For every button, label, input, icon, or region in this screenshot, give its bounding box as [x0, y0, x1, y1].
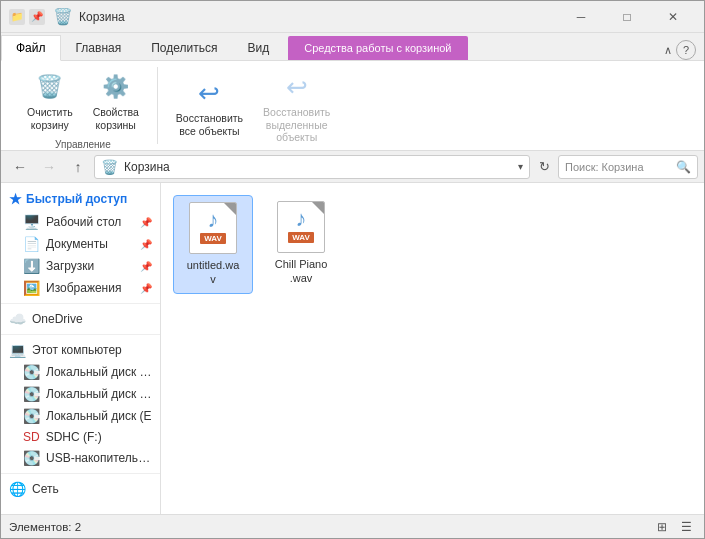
- sidebar-item-desktop[interactable]: 🖥️ Рабочий стол 📌: [1, 211, 160, 233]
- downloads-icon: ⬇️: [23, 258, 40, 274]
- properties-icon: ⚙️: [100, 71, 132, 103]
- window: 📁 📌 🗑️ Корзина ─ □ ✕ Файл Главная Подели…: [0, 0, 705, 539]
- drive-c-label: Локальный диск (C: [46, 365, 152, 379]
- drive-e-label: Локальный диск (E: [46, 409, 152, 423]
- sidebar: ★ Быстрый доступ 🖥️ Рабочий стол 📌 📄 Док…: [1, 183, 161, 514]
- restore-selected-button[interactable]: ↩ Восстановитьвыделенныеобъекты: [257, 67, 336, 148]
- ribbon-tab-area: Файл Главная Поделиться Вид: [1, 34, 284, 60]
- quick-access-label: Быстрый доступ: [26, 192, 127, 206]
- ribbon-group-restore: ↩ Восстановитьвсе объекты ↩ Восстановить…: [158, 67, 349, 144]
- usb-label: USB-накопитель (G: [46, 451, 152, 465]
- sidebar-item-documents[interactable]: 📄 Документы 📌: [1, 233, 160, 255]
- images-pin-icon: 📌: [140, 283, 152, 294]
- tab-file[interactable]: Файл: [1, 35, 61, 61]
- documents-pin-icon: 📌: [140, 239, 152, 250]
- sidebar-item-network[interactable]: 🌐 Сеть: [1, 478, 160, 500]
- up-button[interactable]: ↑: [65, 154, 91, 180]
- desktop-pin-icon: 📌: [140, 217, 152, 228]
- ribbon-group-manage: 🗑️ Очиститькорзину ⚙️ Свойствакорзины Уп…: [9, 67, 158, 144]
- toolbar: ← → ↑ 🗑️ Корзина ▾ ↻ Поиск: Корзина 🔍: [1, 151, 704, 183]
- network-label: Сеть: [32, 482, 59, 496]
- tab-share[interactable]: Поделиться: [136, 34, 232, 60]
- pin-icon: 📌: [29, 9, 45, 25]
- restore-all-button[interactable]: ↩ Восстановитьвсе объекты: [170, 73, 249, 141]
- title-bar-title: 🗑️ Корзина: [53, 7, 558, 26]
- onedrive-icon: ☁️: [9, 311, 26, 327]
- downloads-label: Загрузки: [46, 259, 94, 273]
- empty-bin-button[interactable]: 🗑️ Очиститькорзину: [21, 67, 79, 135]
- address-dropdown-icon[interactable]: ▾: [518, 161, 523, 172]
- desktop-icon: 🖥️: [23, 214, 40, 230]
- address-bar[interactable]: 🗑️ Корзина ▾: [94, 155, 530, 179]
- images-label: Изображения: [46, 281, 121, 295]
- ribbon-right: ∧ ?: [664, 40, 704, 60]
- file-item-2[interactable]: ♪ WAV Chill Piano.wav: [261, 195, 341, 294]
- sdhc-label: SDHC (F:): [46, 430, 102, 444]
- content-area: ♪ WAV untitled.wav ♪ WAV Chill Piano.wav: [161, 183, 704, 514]
- properties-label: Свойствакорзины: [93, 106, 139, 131]
- restore-selected-icon: ↩: [281, 71, 313, 103]
- empty-bin-icon: 🗑️: [34, 71, 66, 103]
- window-title: Корзина: [79, 10, 125, 24]
- large-icons-view-button[interactable]: ⊞: [652, 518, 672, 536]
- maximize-button[interactable]: □: [604, 1, 650, 33]
- refresh-button[interactable]: ↻: [533, 156, 555, 178]
- restore-all-icon: ↩: [193, 77, 225, 109]
- downloads-pin-icon: 📌: [140, 261, 152, 272]
- details-view-button[interactable]: ☰: [676, 518, 696, 536]
- minimize-button[interactable]: ─: [558, 1, 604, 33]
- network-icon: 🌐: [9, 481, 26, 497]
- file-icon-1: ♪ WAV: [187, 202, 239, 254]
- address-folder-icon: 🗑️: [101, 159, 118, 175]
- status-text: Элементов: 2: [9, 521, 81, 533]
- search-placeholder: Поиск: Корзина: [565, 161, 672, 173]
- sidebar-item-onedrive[interactable]: ☁️ OneDrive: [1, 308, 160, 330]
- restore-all-label: Восстановитьвсе объекты: [176, 112, 243, 137]
- sidebar-divider-1: [1, 303, 160, 304]
- file-icon-2: ♪ WAV: [275, 201, 327, 253]
- help-button[interactable]: ?: [676, 40, 696, 60]
- images-icon: 🖼️: [23, 280, 40, 296]
- sidebar-item-usb[interactable]: 💽 USB-накопитель (G: [1, 447, 160, 469]
- forward-button[interactable]: →: [36, 154, 62, 180]
- search-icon[interactable]: 🔍: [676, 160, 691, 174]
- sidebar-item-drive-e[interactable]: 💽 Локальный диск (E: [1, 405, 160, 427]
- status-bar-right: ⊞ ☰: [652, 518, 696, 536]
- address-path: Корзина: [124, 160, 512, 174]
- file-name-1: untitled.wav: [187, 258, 240, 287]
- drive-d-label: Локальный диск (D: [46, 387, 152, 401]
- sidebar-item-drive-d[interactable]: 💽 Локальный диск (D: [1, 383, 160, 405]
- usb-icon: 💽: [23, 450, 40, 466]
- documents-label: Документы: [46, 237, 108, 251]
- properties-button[interactable]: ⚙️ Свойствакорзины: [87, 67, 145, 135]
- tab-manage-special[interactable]: Средства работы с корзиной: [288, 36, 467, 60]
- desktop-label: Рабочий стол: [46, 215, 121, 229]
- tab-home[interactable]: Главная: [61, 34, 137, 60]
- close-button[interactable]: ✕: [650, 1, 696, 33]
- status-bar: Элементов: 2 ⊞ ☰: [1, 514, 704, 538]
- sidebar-quick-access-header[interactable]: ★ Быстрый доступ: [1, 187, 160, 211]
- sidebar-item-drive-c[interactable]: 💽 Локальный диск (C: [1, 361, 160, 383]
- title-bar: 📁 📌 🗑️ Корзина ─ □ ✕: [1, 1, 704, 33]
- sidebar-item-thispc[interactable]: 💻 Этот компьютер: [1, 339, 160, 361]
- file-item-1[interactable]: ♪ WAV untitled.wav: [173, 195, 253, 294]
- title-bar-icons: 📁 📌: [9, 9, 45, 25]
- ribbon-group-manage-label: Управление: [55, 135, 111, 150]
- collapse-ribbon-button[interactable]: ∧: [664, 44, 672, 57]
- thispc-label: Этот компьютер: [32, 343, 122, 357]
- sidebar-item-images[interactable]: 🖼️ Изображения 📌: [1, 277, 160, 299]
- ribbon-tabs: Файл Главная Поделиться Вид Средства раб…: [1, 33, 704, 61]
- quick-access-star-icon: ★: [9, 191, 22, 207]
- sidebar-item-downloads[interactable]: ⬇️ Загрузки 📌: [1, 255, 160, 277]
- drive-d-icon: 💽: [23, 386, 40, 402]
- ribbon-group-manage-buttons: 🗑️ Очиститькорзину ⚙️ Свойствакорзины: [21, 67, 145, 135]
- title-bar-controls: ─ □ ✕: [558, 1, 696, 33]
- folder-icon-title: 🗑️: [53, 7, 73, 26]
- quick-access-icon: 📁: [9, 9, 25, 25]
- back-button[interactable]: ←: [7, 154, 33, 180]
- ribbon-content: 🗑️ Очиститькорзину ⚙️ Свойствакорзины Уп…: [1, 61, 704, 151]
- search-bar[interactable]: Поиск: Корзина 🔍: [558, 155, 698, 179]
- sidebar-item-sdhc[interactable]: SD SDHC (F:): [1, 427, 160, 447]
- drive-c-icon: 💽: [23, 364, 40, 380]
- tab-view[interactable]: Вид: [232, 34, 284, 60]
